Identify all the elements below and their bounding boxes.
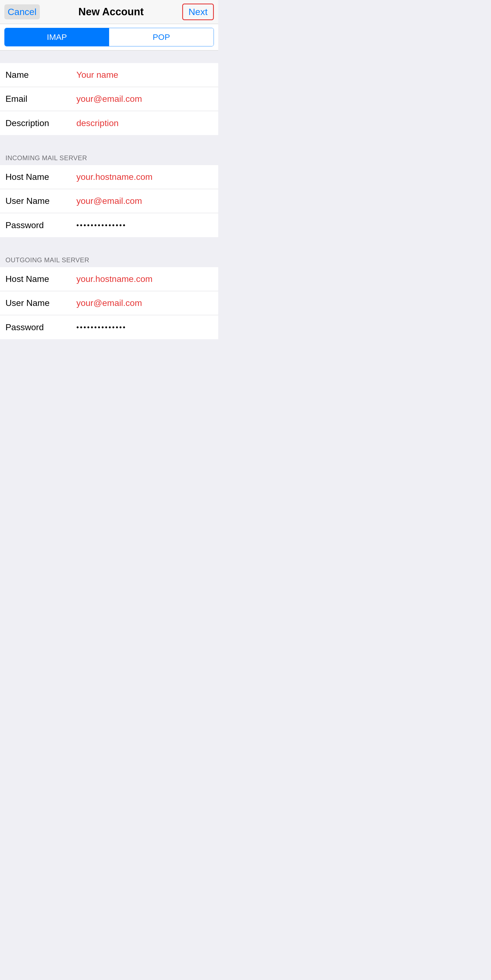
pop-segment-button[interactable]: POP xyxy=(109,28,214,46)
imap-segment-button[interactable]: IMAP xyxy=(5,28,109,46)
name-field[interactable]: Your name xyxy=(76,70,213,80)
name-label: Name xyxy=(5,70,76,80)
outgoing-password-label: Password xyxy=(5,322,76,332)
outgoing-password-row: Password •••••••••••••• xyxy=(0,315,218,339)
spacer-1 xyxy=(0,51,218,63)
email-row: Email your@email.com xyxy=(0,87,218,111)
name-row: Name Your name xyxy=(0,63,218,87)
outgoing-hostname-row: Host Name your.hostname.com xyxy=(0,267,218,291)
outgoing-server-header: OUTGOING MAIL SERVER xyxy=(0,250,218,267)
email-field[interactable]: your@email.com xyxy=(76,94,213,104)
next-button[interactable]: Next xyxy=(182,3,214,20)
outgoing-password-field[interactable]: •••••••••••••• xyxy=(76,323,213,332)
incoming-hostname-label: Host Name xyxy=(5,172,76,182)
incoming-password-row: Password •••••••••••••• xyxy=(0,213,218,237)
description-row: Description description xyxy=(0,111,218,135)
incoming-hostname-row: Host Name your.hostname.com xyxy=(0,165,218,189)
incoming-password-field[interactable]: •••••••••••••• xyxy=(76,221,213,229)
email-label: Email xyxy=(5,94,76,104)
description-field[interactable]: description xyxy=(76,118,213,128)
cancel-button[interactable]: Cancel xyxy=(4,4,40,19)
outgoing-username-label: User Name xyxy=(5,298,76,308)
outgoing-username-field[interactable]: your@email.com xyxy=(76,298,213,308)
incoming-server-header: INCOMING MAIL SERVER xyxy=(0,148,218,165)
spacer-3 xyxy=(0,237,218,250)
incoming-username-row: User Name your@email.com xyxy=(0,189,218,213)
incoming-server-section: Host Name your.hostname.com User Name yo… xyxy=(0,165,218,237)
segment-container: IMAP POP xyxy=(0,24,218,51)
spacer-2 xyxy=(0,135,218,148)
incoming-password-label: Password xyxy=(5,220,76,230)
protocol-segment: IMAP POP xyxy=(4,28,214,46)
account-info-section: Name Your name Email your@email.com Desc… xyxy=(0,63,218,135)
page-title: New Account xyxy=(78,6,143,18)
bottom-spacer xyxy=(0,339,218,394)
outgoing-server-section: Host Name your.hostname.com User Name yo… xyxy=(0,267,218,339)
incoming-username-field[interactable]: your@email.com xyxy=(76,196,213,206)
outgoing-username-row: User Name your@email.com xyxy=(0,291,218,315)
outgoing-hostname-field[interactable]: your.hostname.com xyxy=(76,274,213,284)
incoming-hostname-field[interactable]: your.hostname.com xyxy=(76,172,213,182)
incoming-username-label: User Name xyxy=(5,196,76,206)
nav-bar: Cancel New Account Next xyxy=(0,0,218,24)
outgoing-hostname-label: Host Name xyxy=(5,274,76,284)
description-label: Description xyxy=(5,118,76,128)
